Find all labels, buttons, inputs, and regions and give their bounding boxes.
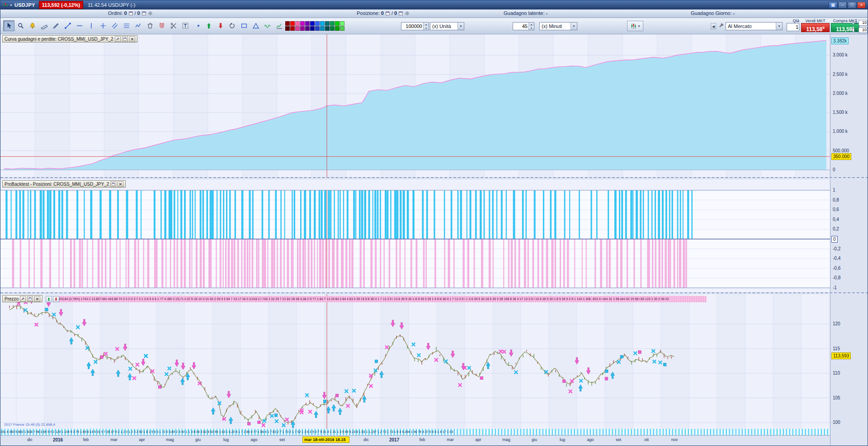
parallel-channel-tool-button[interactable] [109, 20, 120, 31]
chevron-down-icon[interactable]: ▼ [458, 23, 464, 30]
position-window-icon[interactable] [398, 11, 403, 16]
position-settings-icon[interactable] [405, 11, 410, 16]
pointer-tool-button[interactable] [3, 20, 14, 31]
palette-color-swatch[interactable] [340, 26, 344, 31]
ruler-tool-button[interactable] [38, 20, 50, 31]
rectangle-tool-button[interactable] [238, 20, 250, 31]
zoom-tool-button[interactable] [15, 20, 26, 31]
panel-splitter[interactable] [0, 177, 868, 179]
palette-color-swatch[interactable] [290, 26, 295, 31]
positions-scale[interactable]: 10,80,60,40,2-0,2-0,4-0,6-0,8-10 [830, 179, 868, 292]
palette-color-swatch[interactable] [330, 26, 335, 31]
maximize-button[interactable]: □ [848, 2, 856, 9]
chevron-down-icon[interactable]: ▼ [776, 23, 782, 30]
undo-tool-button[interactable] [226, 20, 238, 31]
palette-color-swatch[interactable] [285, 26, 290, 31]
timeframe-spinner[interactable]: ▲▼ [528, 23, 534, 30]
palette-color-swatch[interactable] [335, 26, 340, 31]
palette-color-swatch[interactable] [330, 21, 335, 26]
chevron-down-icon[interactable]: ▼ [571, 23, 577, 30]
order-type-select[interactable]: Al Mercato ▼ [726, 22, 783, 30]
wave-tool-button[interactable] [262, 20, 273, 31]
pencil-tool-button[interactable] [50, 20, 61, 31]
limit-checkbox[interactable] [852, 28, 854, 32]
quantity-unit-select[interactable]: (x) Unità ▼ [430, 22, 464, 30]
palette-color-swatch[interactable] [300, 21, 305, 26]
palette-color-swatch[interactable] [305, 26, 310, 31]
spin-down-icon[interactable]: ▼ [529, 26, 534, 30]
price-chart[interactable] [0, 294, 830, 429]
palette-color-swatch[interactable] [300, 26, 305, 31]
cut-tool-button[interactable] [168, 20, 179, 31]
positions-window-button[interactable] [110, 181, 116, 187]
palette-color-swatch[interactable] [340, 21, 344, 26]
palette-color-swatch[interactable] [320, 21, 325, 26]
alarm-tool-button[interactable] [27, 20, 38, 31]
time-axis[interactable]: dic2016febmaraprmaggiulugagosetdic2017fe… [0, 435, 830, 446]
indicator-tool-button[interactable] [274, 20, 285, 31]
palette-color-swatch[interactable] [320, 26, 325, 31]
magnet-tool-button[interactable] [156, 20, 167, 31]
palette-color-swatch[interactable] [325, 26, 330, 31]
arrow-annotation-tool-button[interactable] [191, 20, 203, 31]
spin-up-icon[interactable]: ▲ [424, 23, 429, 26]
price-scale[interactable]: 120115110105100113,593 [830, 294, 868, 446]
scroll-down-button[interactable] [53, 296, 59, 302]
sell-marker-tool-button[interactable] [215, 20, 226, 31]
stop-checkbox[interactable] [852, 21, 854, 25]
trend-line-tool-button[interactable] [62, 20, 73, 31]
position-list-icon[interactable] [385, 11, 390, 16]
price-close-button[interactable] [34, 296, 40, 302]
price-settings-button[interactable] [20, 296, 26, 302]
zigzag-tool-button[interactable] [132, 20, 144, 31]
palette-color-swatch[interactable] [305, 21, 310, 26]
order-settings-button[interactable] [717, 23, 725, 30]
collapse-panel-button[interactable]: ◀ [711, 23, 716, 29]
positions-close-button[interactable] [118, 181, 123, 187]
orders-list-icon[interactable] [128, 11, 133, 16]
equity-price-scale[interactable]: 3.000 k2.500 k2.000 k1.500 k1.000 k500.0… [830, 34, 868, 177]
palette-color-swatch[interactable] [290, 21, 295, 26]
equity-settings-button[interactable] [115, 36, 121, 42]
orders-settings-icon[interactable] [148, 11, 153, 16]
equity-window-button[interactable] [122, 36, 128, 42]
symbol-dropdown-caret-icon[interactable]: ▼ [9, 4, 13, 7]
palette-color-swatch[interactable] [335, 21, 340, 26]
cross-line-tool-button[interactable] [97, 20, 108, 31]
delete-drawing-tool-button[interactable] [144, 20, 156, 31]
equity-close-button[interactable] [129, 36, 135, 42]
minimize-button[interactable]: – [838, 2, 847, 9]
order-qty-input[interactable] [787, 23, 799, 31]
panel-splitter[interactable] [0, 292, 868, 294]
quantity-input[interactable] [401, 23, 423, 30]
sell-market-button[interactable]: 113,589 [801, 23, 830, 32]
layout-grid-button[interactable]: ▦ [829, 2, 837, 9]
limit-value-input[interactable] [859, 27, 868, 33]
scroll-up-button[interactable] [46, 296, 52, 302]
palette-color-swatch[interactable] [295, 21, 300, 26]
palette-color-swatch[interactable] [295, 26, 300, 31]
vertical-line-tool-button[interactable] [85, 20, 97, 31]
quantity-spinner[interactable]: ▲▼ [423, 23, 429, 30]
palette-color-swatch[interactable] [325, 21, 330, 26]
spin-down-icon[interactable]: ▼ [424, 26, 429, 30]
stop-value-input[interactable] [859, 20, 868, 26]
palette-color-swatch[interactable] [315, 21, 320, 26]
equity-chart[interactable] [0, 34, 830, 177]
horizontal-line-tool-button[interactable] [74, 20, 85, 31]
text-note-tool-button[interactable] [179, 20, 191, 31]
palette-color-swatch[interactable] [315, 26, 320, 31]
spin-up-icon[interactable]: ▲ [529, 23, 534, 26]
timeframe-input[interactable] [513, 23, 528, 30]
palette-color-swatch[interactable] [285, 21, 290, 26]
palette-color-swatch[interactable] [310, 26, 315, 31]
orders-window-icon[interactable] [142, 11, 146, 16]
fibonacci-tool-button[interactable] [121, 20, 132, 31]
close-button[interactable]: × [857, 2, 866, 9]
price-window-button[interactable] [27, 296, 33, 302]
buy-marker-tool-button[interactable] [203, 20, 214, 31]
chart-type-button[interactable]: ▼ [627, 21, 643, 31]
timeframe-unit-select[interactable]: (x) Minuti ▼ [539, 22, 577, 30]
palette-color-swatch[interactable] [310, 21, 315, 26]
triangle-tool-button[interactable] [250, 20, 261, 31]
